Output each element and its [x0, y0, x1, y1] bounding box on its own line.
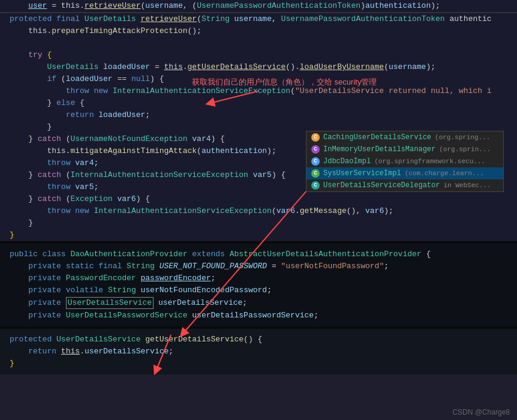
ac-item-pkg: (org.spring... — [435, 134, 490, 141]
ac-item-name: JdbcDaoImpl — [323, 157, 371, 166]
code-line: protected final UserDetails retrieveUser… — [0, 13, 517, 25]
autocomplete-item-2[interactable]: C InMemoryUserDetailsManager (org.sprin.… — [306, 143, 503, 155]
ac-item-pkg: in WebSec... — [443, 182, 491, 189]
code-line: return this.userDetailsService; — [0, 346, 517, 358]
code-line-catch3: } catch (Exception var6) { — [0, 193, 517, 205]
code-line: protected UserDetailsService getUserDeta… — [0, 334, 517, 346]
autocomplete-item-1[interactable]: C CachingUserDetailsService (org.spring.… — [306, 131, 503, 143]
code-line: } — [0, 358, 517, 370]
code-line: private static final String USER_NOT_FOU… — [0, 260, 517, 272]
ac-item-pkg: (com.charge.learn... — [405, 170, 484, 177]
code-line: UserDetails loadedUser = this.getUserDet… — [0, 61, 517, 73]
ac-item-name: CachingUserDetailsService — [323, 133, 431, 142]
code-line: private UserDetailsPasswordService userD… — [0, 310, 517, 322]
ac-item-name: UserDetailsServiceDelegator — [323, 181, 440, 190]
code-line: private volatile String userNotFoundEnco… — [0, 284, 517, 296]
code-line: private PasswordEncoder passwordEncoder; — [0, 272, 517, 284]
top-code-line: user = this.retrieveUser(username, (User… — [0, 0, 517, 13]
section3: protected UserDetailsService getUserDeta… — [0, 329, 517, 374]
code-line — [0, 37, 517, 49]
ac-item-pkg: (org.sprin... — [439, 146, 491, 153]
autocomplete-item-3[interactable]: C JdbcDaoImpl (org.springframework.secu.… — [306, 155, 503, 167]
autocomplete-dropdown[interactable]: C CachingUserDetailsService (org.spring.… — [306, 131, 504, 192]
watermark: CSDN @Charge8 — [452, 408, 510, 416]
ac-item-name: SysUserServiceImpl — [323, 169, 401, 178]
class-icon: C — [311, 181, 320, 190]
code-line: return loadedUser; — [0, 109, 517, 121]
code-line: } — [0, 229, 517, 241]
section1: protected final UserDetails retrieveUser… — [0, 13, 517, 241]
section2: public class DaoAuthenticationProvider e… — [0, 244, 517, 326]
class-icon: C — [311, 145, 320, 154]
class-icon: C — [311, 157, 320, 166]
code-line: } — [0, 217, 517, 229]
chinese-annotation: 获取我们自己的用户信息（角色），交给 security管理 — [192, 77, 377, 88]
code-line: throw new InternalAuthenticationServiceE… — [0, 205, 517, 217]
autocomplete-item-5[interactable]: C UserDetailsServiceDelegator in WebSec.… — [306, 179, 503, 191]
code-line-try: try { — [0, 49, 517, 61]
code-line: this.prepareTimingAttackProtection(); — [0, 25, 517, 37]
code-line: public class DaoAuthenticationProvider e… — [0, 248, 517, 260]
code-line: } else { — [0, 97, 517, 109]
class-icon: C — [311, 169, 320, 178]
ac-item-pkg: (org.springframework.secu... — [374, 158, 485, 165]
code-line: private UserDetailsService userDetailsSe… — [0, 296, 517, 310]
ac-item-name: InMemoryUserDetailsManager — [323, 145, 435, 154]
class-icon: C — [311, 133, 320, 142]
autocomplete-item-4[interactable]: C SysUserServiceImpl (com.charge.learn..… — [306, 167, 503, 179]
